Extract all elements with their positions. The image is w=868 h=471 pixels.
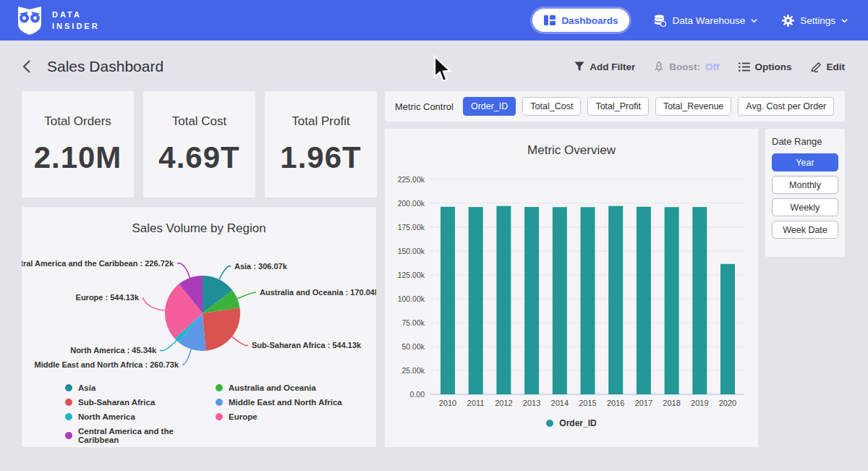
y-tick-label: 200.00k — [398, 199, 425, 208]
legend-item-middle-east-and-north-africa[interactable]: Middle East and North Africa — [216, 398, 353, 407]
bar-2014[interactable] — [553, 207, 567, 394]
legend-label: Order_ID — [559, 418, 596, 428]
chevron-down-icon — [841, 17, 848, 24]
legend-label: Central America and the Caribbean — [78, 427, 203, 444]
y-tick-label: 0.00 — [410, 390, 425, 399]
pie-chart: Asia : 306.07kAustralia and Oceania : 17… — [22, 243, 376, 381]
bar-2019[interactable] — [692, 207, 707, 394]
gear-icon — [782, 14, 794, 27]
metric-control-bar: Metric Control Order_IDTotal_CostTotal_P… — [385, 91, 845, 122]
pie-slice-sub-saharan-africa[interactable] — [203, 308, 240, 351]
page-header: Sales Dashboard Add Filter Boost: Off — [22, 52, 845, 81]
x-tick-label: 2017 — [635, 399, 652, 407]
bar-2016[interactable] — [608, 206, 623, 394]
options-label: Options — [755, 61, 792, 72]
pencil-icon — [811, 61, 822, 72]
bar-2018[interactable] — [665, 207, 679, 394]
legend-dot — [216, 413, 223, 420]
metric-option-total-revenue[interactable]: Total_Revenue — [655, 97, 731, 116]
legend-item-australia-and-oceania[interactable]: Australia and Oceania — [216, 383, 353, 392]
legend-dot — [65, 384, 72, 391]
y-tick-label: 225.00k — [398, 175, 425, 184]
legend-label: Australia and Oceania — [229, 383, 316, 392]
metric-option-avg-cost-per-order[interactable]: Avg. Cost per Order — [738, 97, 834, 116]
date-range-label: Date Range — [772, 136, 838, 147]
metric-option-order-id[interactable]: Order_ID — [463, 97, 516, 116]
brand-line1: DATA — [52, 9, 100, 21]
boost-value: Off — [705, 61, 720, 72]
owl-logo-icon — [16, 5, 43, 35]
brand: DATA INSIDER — [16, 5, 100, 35]
pie-leader-line — [160, 341, 176, 351]
pie-chart-title: Sales Volume by Region — [22, 221, 376, 236]
add-filter-button[interactable]: Add Filter — [574, 61, 635, 72]
kpi-total-orders: Total Orders 2.10M — [22, 91, 134, 198]
kpi-value: 1.96T — [280, 140, 361, 175]
legend-dot — [65, 399, 72, 406]
dashboards-icon — [544, 15, 556, 25]
pie-leader-line — [177, 263, 190, 278]
date-range-monthly[interactable]: Monthly — [772, 176, 838, 194]
bar-2020[interactable] — [720, 264, 735, 394]
x-tick-label: 2020 — [719, 399, 736, 407]
legend-dot — [216, 399, 223, 406]
pie-label: Middle East and North Africa : 260.73k — [35, 360, 179, 369]
pie-leader-line — [219, 266, 231, 280]
bar-2010[interactable] — [441, 207, 455, 394]
x-tick-label: 2016 — [607, 399, 624, 407]
pie-label: North America : 45.34k — [70, 346, 157, 355]
x-tick-label: 2014 — [551, 399, 569, 407]
kpi-label: Total Cost — [172, 114, 227, 129]
x-tick-label: 2012 — [495, 399, 512, 407]
x-tick-label: 2011 — [467, 399, 485, 407]
date-range-weekly[interactable]: Weekly — [772, 198, 838, 216]
bar-2011[interactable] — [469, 207, 483, 394]
legend-item-sub-saharan-africa[interactable]: Sub-Saharan Africa — [65, 398, 203, 407]
x-tick-label: 2019 — [691, 399, 708, 407]
bar-2012[interactable] — [496, 206, 511, 394]
pie-leader-line — [142, 297, 165, 310]
nav-settings-label: Settings — [800, 15, 835, 26]
edit-label: Edit — [827, 61, 846, 72]
legend-label: Europe — [229, 412, 258, 421]
bar-2013[interactable] — [524, 207, 539, 394]
pie-leader-line — [232, 336, 248, 345]
edit-button[interactable]: Edit — [811, 61, 846, 72]
pie-label: Asia : 306.07k — [234, 262, 288, 271]
nav-dashboards-label: Dashboards — [561, 15, 618, 26]
filter-icon — [574, 61, 584, 72]
back-button[interactable] — [22, 59, 31, 74]
database-icon — [654, 14, 666, 27]
y-tick-label: 150.00k — [398, 247, 425, 255]
boost-toggle[interactable]: Boost: Off — [654, 61, 719, 72]
legend-item-asia[interactable]: Asia — [65, 383, 203, 392]
kpi-value: 4.69T — [158, 140, 239, 175]
metric-option-total-profit[interactable]: Total_Profit — [587, 97, 649, 116]
boost-label: Boost: — [669, 61, 700, 72]
legend-item-north-america[interactable]: North America — [65, 412, 203, 421]
rocket-icon — [654, 61, 664, 72]
pie-label: Europe : 544.13k — [76, 293, 140, 302]
top-navbar: DATA INSIDER Dashboards Data Warehouse — [0, 0, 868, 41]
bar-chart: 0.0025.00k50.00k75.00k100.00k125.00k150.… — [385, 129, 758, 415]
bar-2015[interactable] — [581, 207, 595, 394]
x-tick-label: 2018 — [663, 399, 680, 407]
date-range-week-date[interactable]: Week Date — [772, 221, 838, 239]
y-tick-label: 175.00k — [398, 223, 425, 232]
date-range-year[interactable]: Year — [772, 153, 838, 171]
kpi-total-profit: Total Profit 1.96T — [265, 91, 377, 198]
x-tick-label: 2010 — [439, 399, 456, 407]
options-button[interactable]: Options — [739, 61, 792, 72]
legend-dot — [216, 384, 223, 391]
legend-item-order-id[interactable]: Order_ID — [546, 418, 596, 428]
legend-item-central-america-and-the-caribbean[interactable]: Central America and the Caribbean — [65, 427, 203, 444]
pie-leader-line — [182, 349, 191, 365]
legend-label: Asia — [78, 383, 95, 392]
nav-dashboards-button[interactable]: Dashboards — [532, 9, 629, 32]
nav-data-warehouse[interactable]: Data Warehouse — [654, 14, 757, 27]
nav-settings[interactable]: Settings — [782, 14, 848, 27]
bar-2017[interactable] — [637, 207, 651, 394]
legend-item-europe[interactable]: Europe — [216, 412, 353, 421]
metric-option-total-cost[interactable]: Total_Cost — [522, 97, 581, 116]
x-tick-label: 2013 — [523, 399, 540, 407]
